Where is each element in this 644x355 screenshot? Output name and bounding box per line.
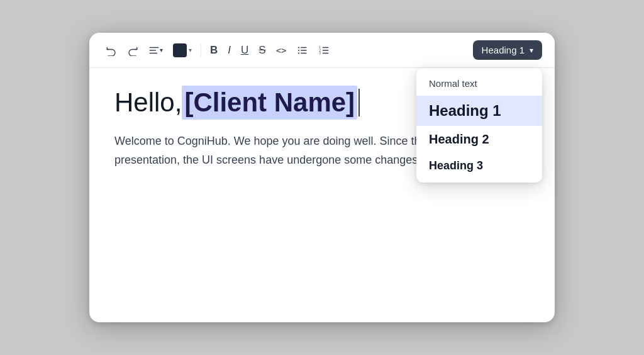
color-chevron-icon: ▾: [189, 47, 192, 54]
svg-text:3: 3: [319, 52, 321, 55]
heading-dropdown-chevron-icon: ▾: [530, 46, 533, 55]
bold-button[interactable]: B: [206, 42, 221, 59]
redo-button[interactable]: [123, 42, 142, 59]
undo-button[interactable]: [102, 42, 121, 59]
dropdown-h2-label: Heading 2: [429, 132, 489, 146]
svg-point-8: [297, 52, 299, 54]
bullet-list-button[interactable]: [293, 42, 312, 59]
dropdown-normal-label: Normal text: [429, 78, 477, 89]
dropdown-item-normal[interactable]: Normal text: [416, 72, 542, 96]
text-cursor: [358, 89, 360, 116]
dropdown-item-h3[interactable]: Heading 3: [416, 153, 542, 179]
dropdown-item-h2[interactable]: Heading 2: [416, 126, 542, 153]
editor-body-text[interactable]: Welcome to CogniHub. We hope you are doi…: [114, 132, 467, 169]
underline-button[interactable]: U: [237, 42, 252, 59]
dropdown-h1-label: Heading 1: [429, 102, 501, 119]
color-picker-button[interactable]: ▾: [169, 41, 196, 60]
svg-point-7: [297, 49, 299, 50]
heading-dropdown-label: Heading 1: [482, 45, 525, 55]
heading-selected-text: [Client Name]: [182, 86, 357, 120]
toolbar-divider-1: [201, 44, 201, 57]
editor-window: ▾ ▾ B I U S <> 123 Heading: [89, 33, 555, 322]
italic-button[interactable]: I: [224, 42, 235, 59]
strikethrough-button[interactable]: S: [255, 42, 269, 59]
code-button[interactable]: <>: [272, 43, 291, 58]
align-chevron: ▾: [160, 47, 163, 54]
svg-point-6: [297, 47, 299, 48]
toolbar: ▾ ▾ B I U S <> 123 Heading: [89, 33, 555, 68]
heading-style-dropdown-menu: Normal text Heading 1 Heading 2 Heading …: [416, 68, 542, 183]
numbered-list-button[interactable]: 123: [314, 42, 333, 59]
heading-style-dropdown[interactable]: Heading 1 ▾: [473, 40, 542, 60]
dropdown-h3-label: Heading 3: [429, 159, 483, 172]
dropdown-item-h1[interactable]: Heading 1: [416, 96, 542, 126]
heading-prefix: Hello,: [114, 87, 182, 118]
color-swatch: [173, 43, 187, 57]
align-button[interactable]: ▾: [145, 42, 167, 59]
